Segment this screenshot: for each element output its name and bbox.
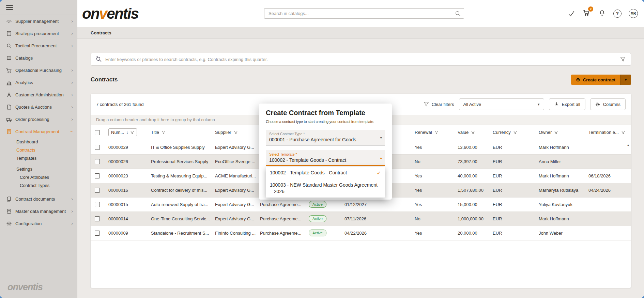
column-label: Currency (493, 130, 511, 135)
column-header-owner[interactable]: Owner (535, 125, 584, 140)
sidebar-item-label: Quotes & Auctions (15, 105, 68, 110)
number-sort-box[interactable]: Num... ↓ (108, 128, 137, 136)
columns-button[interactable]: Columns (590, 98, 626, 110)
user-avatar[interactable]: MR (629, 9, 638, 18)
filter-clear-icon (423, 101, 429, 107)
row-checkbox[interactable] (95, 159, 100, 164)
option-label: 100003 - NEW Standard Master Goods Agree… (270, 182, 381, 195)
hamburger-menu-icon[interactable] (6, 5, 13, 10)
column-header-supplier[interactable]: Supplier (211, 125, 256, 140)
table-scrollbar-up[interactable]: ▲ (627, 143, 630, 147)
sidebar-item-contract-documents[interactable]: Contract documents › (0, 193, 77, 205)
create-contract-split-button: ⊕ Create contract ▾ (571, 75, 631, 85)
filter-icon[interactable] (513, 130, 517, 135)
chevron-down-icon: ▾ (625, 78, 627, 82)
approve-check-icon[interactable] (567, 10, 576, 18)
sidebar-item-master-data-management[interactable]: Master data management › (0, 205, 77, 217)
row-checkbox[interactable] (95, 216, 100, 221)
sidebar-item-label: Customer Administration (15, 92, 68, 97)
row-checkbox[interactable] (95, 173, 100, 178)
bell-icon[interactable] (598, 10, 606, 18)
sidebar-item-contracts[interactable]: Contracts (0, 146, 77, 154)
chevron-right-icon: › (71, 105, 73, 109)
template-option-2[interactable]: 100003 - NEW Standard Master Goods Agree… (266, 179, 385, 198)
sidebar-item-contract-management[interactable]: Contract Management › (0, 125, 77, 138)
filter-icon[interactable] (554, 130, 558, 135)
sidebar-item-label: Dashboard (16, 139, 38, 144)
row-checkbox[interactable] (95, 231, 100, 236)
chevron-right-icon: › (71, 221, 73, 226)
create-contract-button[interactable]: ⊕ Create contract (571, 75, 620, 85)
sidebar-item-analytics[interactable]: Analytics › (0, 76, 77, 89)
help-icon[interactable]: ? (613, 10, 622, 18)
status-filter-select[interactable]: All Active ▾ (459, 98, 544, 110)
sidebar-item-tactical-procurement[interactable]: Tactical Procurement › (0, 40, 77, 52)
column-header-title[interactable]: Title (147, 125, 211, 140)
logo-text: entis (23, 282, 43, 292)
cell-supplier: FinInfo Consulting ... (211, 226, 256, 240)
sidebar-item-operational-purchasing[interactable]: Operational Purchasing › (0, 64, 77, 76)
filter-icon[interactable] (620, 56, 626, 62)
header-checkbox-cell (91, 125, 104, 140)
magnifier-icon (6, 43, 12, 49)
export-all-button[interactable]: Export all (549, 98, 585, 110)
contract-type-select[interactable]: Select Contract Type * 000001 - Purchase… (266, 130, 385, 145)
cell-checkbox (91, 197, 104, 211)
template-select[interactable]: Select Template * 100002 - Template Good… (266, 150, 385, 166)
sidebar-item-configuration[interactable]: Configuration › (0, 217, 77, 230)
cell-termination: 06/18/2026 (584, 169, 631, 183)
sidebar-item-strategic-procurement[interactable]: Strategic procurement › (0, 27, 77, 40)
column-header-value[interactable]: Value (454, 125, 489, 140)
plus-circle-icon: ⊕ (576, 77, 580, 83)
sidebar-item-order-processing[interactable]: Order processing › (0, 113, 77, 125)
row-checkbox[interactable] (95, 145, 100, 150)
column-header-number: Num... ↓ (104, 125, 147, 140)
sidebar-item-quotes-auctions[interactable]: Quotes & Auctions › (0, 101, 77, 113)
row-checkbox[interactable] (95, 188, 100, 193)
cell-termination (584, 211, 631, 226)
status-badge: Active (309, 230, 326, 236)
column-label: Title (151, 130, 159, 135)
filter-icon[interactable] (130, 130, 134, 135)
result-count: 7 contracts of 261 found (96, 102, 143, 107)
sidebar-item-customer-administration[interactable]: Customer Administration › (0, 89, 77, 101)
bar-chart-icon (6, 80, 12, 85)
create-contract-dropdown-arrow[interactable]: ▾ (620, 75, 631, 85)
filter-icon[interactable] (162, 130, 166, 135)
column-label: Num... (111, 130, 124, 135)
shopping-cart-button[interactable]: 0 (583, 9, 591, 18)
sidebar-item-settings[interactable]: Settings (0, 165, 77, 173)
catalog-search-input[interactable] (269, 11, 455, 16)
column-header-currency[interactable]: Currency (489, 125, 535, 140)
filter-icon[interactable] (621, 130, 625, 135)
documents-stack-icon (6, 196, 12, 202)
search-icon[interactable] (455, 11, 461, 17)
clear-filters-button[interactable]: Clear filters (423, 101, 454, 107)
sidebar-item-core-attributes[interactable]: Core Attributes (0, 173, 77, 181)
sidebar-item-dashboard[interactable]: Dashboard (0, 138, 77, 146)
sidebar-item-contract-types[interactable]: Contract Types (0, 181, 77, 189)
column-header-termination[interactable]: Termination e... (584, 125, 631, 140)
table-row[interactable]: 00000014 One-Time Consulting Servic... E… (91, 211, 631, 226)
cell-title: Auto-renewed Supply of tra... (147, 197, 211, 211)
select-all-checkbox[interactable] (95, 130, 100, 135)
row-checkbox[interactable] (95, 202, 100, 207)
filter-icon[interactable] (434, 130, 439, 135)
table-row[interactable]: 00000009 Standalone - Recruitment S... F… (91, 226, 631, 240)
columns-label: Columns (603, 102, 620, 107)
cell-renewal: Yes (411, 169, 454, 183)
column-label: Supplier (215, 130, 231, 135)
sidebar-item-catalogs[interactable]: Catalogs (0, 52, 77, 64)
sidebar-item-supplier-management[interactable]: Supplier management › (0, 15, 77, 27)
cell-supplier: Expert Advisory G... (211, 211, 256, 226)
chevron-right-icon: › (71, 197, 73, 201)
column-header-renewal[interactable]: Renewal (411, 125, 454, 140)
sidebar-item-templates[interactable]: Templates (0, 154, 77, 162)
cell-type: Purchase Agreeme... (256, 226, 305, 240)
template-option-1[interactable]: 100002 - Template Goods - Contract ✓ (266, 167, 385, 179)
filter-icon[interactable] (234, 130, 238, 135)
cell-renewal: No (411, 154, 454, 169)
cell-owner: Mark Hoffmann (535, 211, 584, 226)
filter-icon[interactable] (471, 130, 475, 135)
contract-search-input[interactable] (105, 57, 620, 62)
